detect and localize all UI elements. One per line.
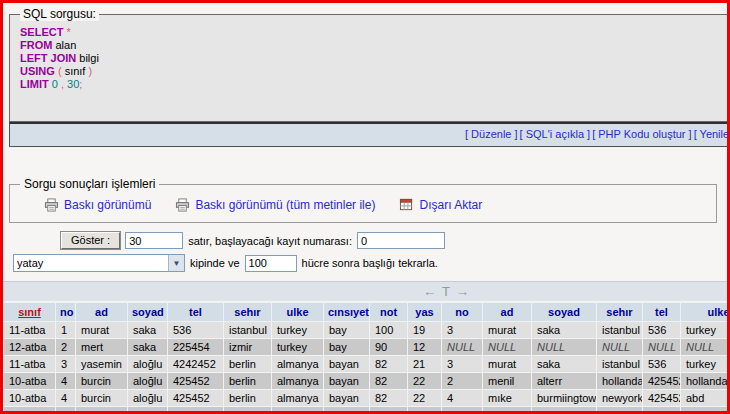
table-cell: 425452	[643, 373, 681, 390]
sql-query-text: SELECT *FROM alanLEFT JOIN bilgiUSING ( …	[18, 24, 720, 113]
column-header-tel[interactable]: tel	[168, 303, 224, 322]
show-rows-row: Göster : satır, başlayacağı kayıt numara…	[61, 232, 727, 249]
table-cell: murat	[76, 322, 128, 339]
table-cell: berlin	[224, 390, 272, 407]
row-count-input[interactable]	[125, 232, 183, 249]
print-view-link[interactable]: Baskı görünümü (tüm metinler ile)	[175, 198, 375, 212]
nav-top-icon[interactable]: T	[442, 284, 450, 299]
table-cell: 82	[370, 373, 408, 390]
sql-action-link[interactable]: [ Düzenle ]	[465, 128, 518, 140]
column-header-ulke[interactable]: ulke	[681, 303, 730, 322]
table-cell: almanya	[272, 356, 324, 373]
show-button[interactable]: Göster :	[61, 232, 120, 249]
table-cell: mert	[76, 339, 128, 356]
table-cell: NULL	[532, 339, 597, 356]
table-cell: almanya	[272, 390, 324, 407]
phpmyadmin-results-page: SQL sorgusu: SELECT *FROM alanLEFT JOIN …	[0, 0, 730, 414]
table-row: 12-atba2mertsaka225454izmirturkeybay9012…	[4, 339, 730, 356]
row-start-label: satır, başlayacağı kayıt numarası:	[188, 235, 352, 247]
table-cell: berlin	[224, 373, 272, 390]
table-cell: bayan	[324, 356, 370, 373]
table-cell: bayan	[324, 390, 370, 407]
column-header-not[interactable]: not	[370, 303, 408, 322]
table-cell: 22	[408, 373, 442, 390]
table-cell: 100	[370, 322, 408, 339]
column-header-soyad[interactable]: soyad	[128, 303, 168, 322]
column-header-no[interactable]: no	[56, 303, 76, 322]
sql-token: LEFT JOIN	[20, 52, 76, 64]
table-cell: 425452	[168, 373, 224, 390]
sql-action-link[interactable]: [ SQL'i açıkla ]	[520, 128, 591, 140]
table-cell: 82	[370, 390, 408, 407]
sql-action-link[interactable]: [ PHP Kodu oluştur ]	[592, 128, 691, 140]
mode-select[interactable]: yatay ▼	[13, 254, 185, 272]
sql-action-links: [ Düzenle ][ SQL'i açıkla ][ PHP Kodu ol…	[465, 128, 729, 140]
nav-left-arrow-icon[interactable]: ←	[423, 284, 436, 299]
sql-action-link[interactable]: [ Yenile ]	[694, 128, 729, 140]
table-cell: saka	[532, 356, 597, 373]
repeat-headers-input[interactable]	[245, 255, 297, 272]
table-cell: murat	[483, 322, 532, 339]
print-view-link[interactable]: Baskı görünümü	[44, 198, 151, 212]
column-header-ad[interactable]: ad	[76, 303, 128, 322]
query-results-operations-legend: Sorgu sonuçları işlemleri	[20, 177, 159, 191]
table-cell: 4242452	[168, 356, 224, 373]
table-cell: 11-atba	[4, 356, 56, 373]
column-header-sınıf[interactable]: sınıf	[4, 303, 56, 322]
sql-line: LEFT JOIN bilgi	[20, 52, 720, 65]
table-cell: NULL	[442, 407, 483, 414]
table-cell: turkey	[681, 322, 730, 339]
table-cell: bay	[324, 322, 370, 339]
start-record-input[interactable]	[357, 232, 445, 249]
table-cell: newyork	[597, 390, 643, 407]
table-cell: ss	[128, 407, 168, 414]
table-row: 10-atba4burcinaloğlu425452berlinalmanyab…	[4, 390, 730, 407]
column-header-sehır[interactable]: sehır	[224, 303, 272, 322]
table-cell: NULL	[681, 339, 730, 356]
column-header-soyad[interactable]: soyad	[532, 303, 597, 322]
sql-token: SELECT	[20, 26, 63, 38]
column-header-cınsıyet[interactable]: cınsıyet	[324, 303, 370, 322]
sql-token: ;	[79, 78, 82, 90]
sql-token: LIMIT	[20, 78, 49, 90]
table-cell: s	[408, 407, 442, 414]
sql-query-legend: SQL sorgusu:	[20, 7, 99, 21]
table-navigation-bar: ← T →	[3, 281, 727, 301]
mode-select-value: yatay	[14, 257, 43, 269]
sql-token: 30	[67, 78, 79, 90]
table-cell: 21	[408, 356, 442, 373]
column-header-tel[interactable]: tel	[643, 303, 681, 322]
nav-right-arrow-icon[interactable]: →	[456, 284, 469, 299]
table-cell: burmiingtown	[532, 390, 597, 407]
table-cell: turkey	[681, 356, 730, 373]
sql-token: alan	[52, 39, 76, 51]
table-cell: 536	[168, 322, 224, 339]
printer-icon	[44, 198, 59, 212]
table-cell: berlin	[224, 356, 272, 373]
export-link[interactable]: Dışarı Aktar	[399, 198, 482, 212]
table-row: ss5muratssssssssNULLNULLNULLNULLNULLNULL	[4, 407, 730, 414]
table-cell: bayan	[324, 373, 370, 390]
sql-line: FROM alan	[20, 39, 720, 52]
column-header-yas[interactable]: yas	[408, 303, 442, 322]
column-header-ad[interactable]: ad	[483, 303, 532, 322]
column-header-ulke[interactable]: ulke	[272, 303, 324, 322]
table-cell: ss	[4, 407, 56, 414]
results-table-header-row: sınıfnoadsoyadtelsehırulkecınsıyetnotyas…	[4, 303, 730, 322]
table-cell: 90	[370, 339, 408, 356]
table-cell: 3	[442, 356, 483, 373]
table-cell: hollanda	[597, 373, 643, 390]
table-cell: yasemin	[76, 356, 128, 373]
table-cell: aloğlu	[128, 390, 168, 407]
table-cell: 1	[56, 322, 76, 339]
table-cell: saka	[128, 339, 168, 356]
chevron-down-icon: ▼	[168, 255, 184, 271]
sql-tools-bar: [ Düzenle ][ SQL'i açıkla ][ PHP Kodu ol…	[9, 122, 729, 147]
column-header-sehır[interactable]: sehır	[597, 303, 643, 322]
sql-line: USING ( sınıf )	[20, 65, 720, 78]
table-cell: turkey	[272, 322, 324, 339]
table-cell: abd	[681, 390, 730, 407]
column-header-no[interactable]: no	[442, 303, 483, 322]
table-cell: murat	[76, 407, 128, 414]
sql-token: FROM	[20, 39, 52, 51]
